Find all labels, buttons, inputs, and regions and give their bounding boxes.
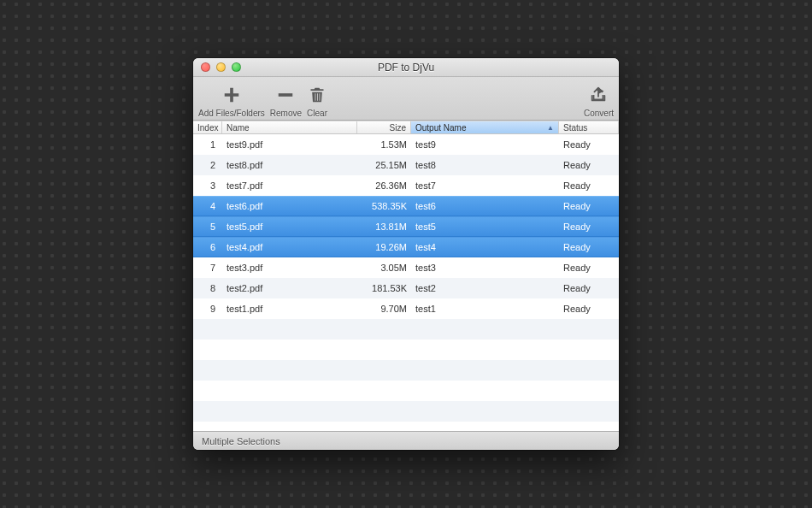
cell-size: 1.53M — [357, 139, 411, 150]
cell-name: test9.pdf — [222, 139, 357, 150]
cell-status: Ready — [559, 304, 619, 314]
cell-status: Ready — [559, 283, 619, 293]
clear-label: Clear — [307, 109, 327, 118]
cell-size: 3.05M — [357, 263, 411, 273]
column-header-name[interactable]: Name — [222, 121, 357, 133]
cell-size: 25.15M — [357, 160, 411, 170]
cell-index: 6 — [193, 242, 222, 252]
traffic-lights — [201, 62, 241, 72]
cell-size: 9.70M — [357, 304, 411, 314]
convert-label: Convert — [584, 109, 614, 118]
cell-output: test1 — [411, 304, 559, 314]
titlebar[interactable]: PDF to DjVu — [193, 58, 619, 77]
cell-index: 1 — [193, 139, 222, 150]
cell-status: Ready — [559, 263, 619, 273]
status-bar: Multiple Selections — [193, 431, 619, 450]
cell-index: 3 — [193, 180, 222, 191]
table-row[interactable]: 3test7.pdf26.36Mtest7Ready — [193, 175, 619, 196]
minus-icon — [276, 82, 295, 108]
table-row-empty — [193, 360, 619, 381]
zoom-button[interactable] — [232, 62, 241, 72]
table-row[interactable]: 1test9.pdf1.53Mtest9Ready — [193, 134, 619, 155]
column-header-output[interactable]: Output Name ▲ — [411, 121, 559, 133]
cell-size: 538.35K — [357, 201, 411, 211]
cell-index: 8 — [193, 283, 222, 293]
trash-icon — [309, 82, 326, 108]
cell-output: test3 — [411, 263, 559, 273]
cell-status: Ready — [559, 180, 619, 191]
cell-output: test2 — [411, 283, 559, 293]
close-button[interactable] — [201, 62, 210, 72]
cell-name: test3.pdf — [222, 263, 357, 273]
column-header-output-label: Output Name — [415, 123, 466, 133]
cell-output: test8 — [411, 160, 559, 170]
cell-index: 9 — [193, 304, 222, 314]
cell-output: test9 — [411, 139, 559, 150]
cell-output: test6 — [411, 201, 559, 211]
cell-status: Ready — [559, 160, 619, 170]
svg-rect-0 — [279, 93, 293, 97]
cell-status: Ready — [559, 222, 619, 232]
cell-name: test5.pdf — [222, 222, 357, 232]
add-files-label: Add Files/Folders — [198, 109, 265, 118]
plus-icon — [222, 82, 241, 108]
cell-size: 26.36M — [357, 180, 411, 191]
column-header-status[interactable]: Status — [559, 121, 619, 133]
cell-name: test8.pdf — [222, 160, 357, 170]
add-files-button[interactable]: Add Files/Folders — [198, 82, 265, 118]
cell-output: test5 — [411, 222, 559, 232]
remove-button[interactable]: Remove — [270, 82, 302, 118]
cell-name: test6.pdf — [222, 201, 357, 211]
cell-size: 181.53K — [357, 283, 411, 293]
window-title: PDF to DjVu — [378, 62, 434, 74]
convert-button[interactable]: Convert — [584, 82, 614, 118]
export-icon — [589, 82, 608, 108]
cell-name: test7.pdf — [222, 180, 357, 191]
cell-name: test1.pdf — [222, 304, 357, 314]
app-window: PDF to DjVu Add Files/Folders Remove Cle… — [193, 58, 619, 450]
cell-name: test4.pdf — [222, 242, 357, 252]
cell-index: 2 — [193, 160, 222, 170]
cell-index: 4 — [193, 201, 222, 211]
sort-indicator-icon: ▲ — [547, 124, 554, 132]
table-row[interactable]: 7test3.pdf3.05Mtest3Ready — [193, 257, 619, 278]
clear-button[interactable]: Clear — [307, 82, 327, 118]
cell-status: Ready — [559, 201, 619, 211]
table-row[interactable]: 8test2.pdf181.53Ktest2Ready — [193, 278, 619, 298]
cell-output: test4 — [411, 242, 559, 252]
table-row[interactable]: 9test1.pdf9.70Mtest1Ready — [193, 298, 619, 319]
cell-status: Ready — [559, 242, 619, 252]
table-row-empty — [193, 340, 619, 360]
file-list[interactable]: 1test9.pdf1.53Mtest9Ready2test8.pdf25.15… — [193, 134, 619, 431]
table-header: Index Name Size Output Name ▲ Status — [193, 121, 619, 134]
column-header-size[interactable]: Size — [357, 121, 411, 133]
table-row-empty — [193, 381, 619, 401]
cell-index: 7 — [193, 263, 222, 273]
table-row-empty — [193, 422, 619, 431]
toolbar: Add Files/Folders Remove Clear Convert — [193, 77, 619, 121]
cell-index: 5 — [193, 222, 222, 232]
minimize-button[interactable] — [216, 62, 226, 72]
table-row[interactable]: 5test5.pdf13.81Mtest5Ready — [193, 216, 619, 237]
cell-size: 19.26M — [357, 242, 411, 252]
table-row-empty — [193, 401, 619, 422]
cell-output: test7 — [411, 180, 559, 191]
table-row-empty — [193, 319, 619, 340]
cell-size: 13.81M — [357, 222, 411, 232]
table-row[interactable]: 4test6.pdf538.35Ktest6Ready — [193, 196, 619, 216]
table-row[interactable]: 6test4.pdf19.26Mtest4Ready — [193, 237, 619, 257]
status-text: Multiple Selections — [202, 436, 280, 446]
column-header-index[interactable]: Index — [193, 121, 222, 133]
cell-name: test2.pdf — [222, 283, 357, 293]
table-row[interactable]: 2test8.pdf25.15Mtest8Ready — [193, 155, 619, 175]
cell-status: Ready — [559, 139, 619, 150]
remove-label: Remove — [270, 109, 302, 118]
